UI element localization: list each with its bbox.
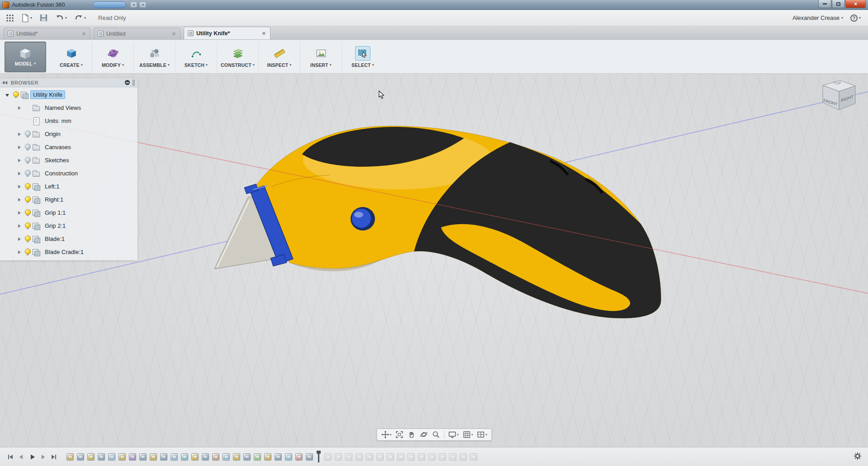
panel-resize-grip[interactable]: [133, 80, 135, 86]
visibility-bulb-icon[interactable]: [24, 104, 30, 112]
tab-close-icon[interactable]: ×: [81, 30, 86, 37]
expander-icon[interactable]: [16, 184, 23, 190]
timeline-marker[interactable]: [317, 451, 321, 463]
file-menu-button[interactable]: ▾: [20, 13, 33, 24]
timeline-settings-button[interactable]: [853, 451, 863, 462]
timeline-feature-icon[interactable]: [264, 453, 271, 461]
browser-tree-item[interactable]: Blade Cradle:1: [0, 245, 138, 259]
ribbon-group-inspect[interactable]: INSPECT▾: [259, 42, 300, 72]
timeline-feature-icon[interactable]: [160, 453, 167, 461]
timeline-feature-icon-disabled[interactable]: [408, 453, 415, 461]
window-maximize-button[interactable]: [832, 0, 845, 8]
visibility-bulb-icon[interactable]: [24, 183, 30, 190]
timeline-feature-icon-disabled[interactable]: [335, 453, 342, 461]
play-button[interactable]: [27, 452, 37, 461]
timeline-feature-icon[interactable]: [181, 453, 188, 461]
item-label[interactable]: Grip 1:1: [42, 208, 68, 217]
item-label[interactable]: Canvases: [42, 143, 74, 151]
ribbon-group-construct[interactable]: CONSTRUCT▾: [217, 42, 259, 72]
browser-tree-item[interactable]: Origin: [0, 127, 138, 141]
chevron-down-icon[interactable]: ▾: [84, 16, 86, 20]
chevron-down-icon[interactable]: ▾: [65, 16, 67, 20]
go-to-start-button[interactable]: [5, 452, 15, 461]
timeline-feature-icon[interactable]: [98, 453, 105, 461]
pan-button[interactable]: ▾: [379, 429, 393, 440]
timeline-feature-icon-disabled[interactable]: [366, 453, 373, 461]
visibility-bulb-icon[interactable]: [13, 91, 19, 99]
browser-tree-item[interactable]: Utility Knife: [0, 88, 138, 101]
fit-view-button[interactable]: [394, 429, 405, 440]
timeline-feature-icon-disabled[interactable]: [460, 453, 467, 461]
tab-close-icon[interactable]: ×: [261, 30, 266, 37]
expander-icon[interactable]: [16, 249, 23, 255]
timeline-feature-icon[interactable]: [139, 453, 147, 461]
browser-tree-item[interactable]: Left:1: [0, 180, 138, 193]
timeline-feature-icon-disabled[interactable]: [449, 453, 456, 461]
expander-icon[interactable]: [16, 131, 23, 137]
expander-icon[interactable]: [16, 236, 23, 242]
expander-icon[interactable]: [16, 157, 23, 164]
timeline-feature-icon-disabled[interactable]: [418, 453, 425, 461]
timeline-feature-icon[interactable]: [223, 453, 230, 461]
pan-hand-button[interactable]: [406, 429, 417, 440]
tab-close-icon[interactable]: ×: [171, 30, 176, 37]
timeline-feature-icon[interactable]: [119, 453, 126, 461]
timeline-feature-icon[interactable]: [295, 453, 303, 461]
ribbon-group-sketch[interactable]: SKETCH▾: [175, 42, 217, 72]
view-cube[interactable]: TOP FRONT RIGHT: [814, 76, 861, 118]
utility-knife-model[interactable]: [214, 126, 661, 318]
workspace-switcher-model[interactable]: MODEL▾: [5, 42, 46, 72]
panel-options-icon[interactable]: [125, 80, 130, 85]
browser-tree-item[interactable]: Right:1: [0, 193, 138, 206]
window-minimize-button[interactable]: [818, 0, 831, 8]
timeline-feature-icon[interactable]: [191, 453, 199, 461]
document-tab[interactable]: Utility Knife* ×: [184, 27, 270, 39]
visibility-bulb-icon[interactable]: [24, 235, 30, 243]
timeline-feature-icon[interactable]: [108, 453, 115, 461]
timeline-feature-icon[interactable]: [87, 453, 95, 461]
collapse-panel-icon[interactable]: [2, 80, 8, 85]
timeline-feature-icon-disabled[interactable]: [428, 453, 436, 461]
help-menu[interactable]: ? ▾: [850, 14, 861, 22]
timeline-feature-icon[interactable]: [233, 453, 240, 461]
timeline-feature-icon-disabled[interactable]: [324, 453, 332, 461]
orbit-button[interactable]: [418, 429, 429, 440]
grid-settings-button[interactable]: ▾: [461, 429, 474, 440]
window-close-button[interactable]: ×: [845, 0, 866, 8]
visibility-bulb-icon[interactable]: [24, 222, 30, 230]
timeline-feature-icon[interactable]: [306, 453, 313, 461]
expander-icon[interactable]: [16, 118, 23, 124]
browser-tree-item[interactable]: Named Views: [0, 101, 138, 114]
user-account-menu[interactable]: Alexander Crease ▾: [792, 14, 843, 21]
visibility-bulb-icon[interactable]: [24, 130, 30, 138]
timeline-feature-icon[interactable]: [129, 453, 136, 461]
viewport-canvas[interactable]: TOP FRONT RIGHT BROWSER Utility Knife: [0, 74, 868, 447]
browser-tree-item[interactable]: Grip 1:1: [0, 206, 138, 219]
timeline-feature-icon-disabled[interactable]: [345, 453, 352, 461]
browser-tree-item[interactable]: Canvases: [0, 141, 138, 154]
ribbon-group-create[interactable]: CREATE▾: [51, 42, 92, 72]
ribbon-group-insert[interactable]: INSERT▾: [300, 42, 342, 72]
document-tab[interactable]: Untitled ×: [94, 28, 180, 39]
browser-tree-item[interactable]: Units: mm: [0, 114, 138, 127]
item-label[interactable]: Blade:1: [42, 235, 67, 243]
item-label[interactable]: Utility Knife: [30, 90, 65, 99]
timeline-feature-icon[interactable]: [202, 453, 209, 461]
slide-button[interactable]: [351, 208, 371, 228]
ribbon-group-select[interactable]: SELECT▾: [342, 42, 384, 72]
save-button[interactable]: [38, 13, 49, 23]
expander-icon[interactable]: [16, 105, 23, 111]
item-label[interactable]: Grip 2:1: [42, 221, 68, 230]
item-label[interactable]: Blade Cradle:1: [42, 248, 86, 256]
item-label[interactable]: Origin: [42, 130, 63, 138]
expander-icon[interactable]: [5, 92, 11, 98]
expander-icon[interactable]: [16, 197, 23, 203]
timeline-feature-icon-disabled[interactable]: [470, 453, 477, 461]
step-back-button[interactable]: [16, 452, 26, 461]
timeline-feature-icon[interactable]: [212, 453, 219, 461]
visibility-bulb-icon[interactable]: [24, 169, 30, 177]
go-to-end-button[interactable]: [49, 452, 58, 461]
timeline-feature-icon[interactable]: [243, 453, 251, 461]
viewports-button[interactable]: ▾: [475, 429, 489, 440]
expander-icon[interactable]: [16, 223, 23, 229]
